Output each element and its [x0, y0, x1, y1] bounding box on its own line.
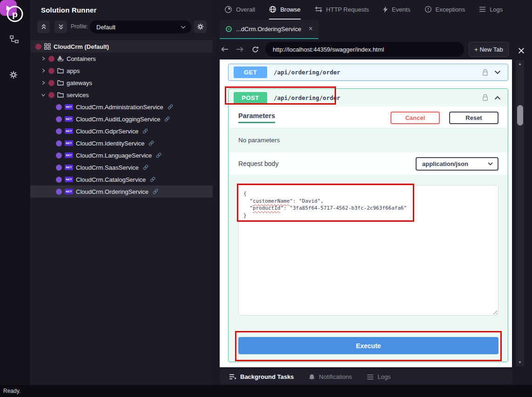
tab-http-requests[interactable]: HTTP Requests	[315, 0, 369, 20]
settings-gear-icon[interactable]	[9, 71, 18, 79]
back-button[interactable]	[219, 43, 231, 55]
chevron-right-icon[interactable]	[41, 68, 46, 73]
tab-close-icon[interactable]: ×	[309, 25, 313, 33]
tree-item-service-auditlogging[interactable]: NET CloudCrm.AuditLoggingService	[30, 113, 213, 125]
lock-icon[interactable]	[482, 69, 488, 76]
main-panel: Overall Browse HTTP Requests Events Exce…	[213, 0, 532, 385]
endpoint-link-icon[interactable]	[149, 176, 156, 183]
scroll-down-arrow[interactable]: ▼	[516, 360, 524, 365]
top-tab-bar: Overall Browse HTTP Requests Events Exce…	[213, 0, 532, 20]
tree-item-service-identity[interactable]: NET CloudCrm.IdentityService	[30, 137, 213, 149]
chevron-down-icon[interactable]	[41, 93, 46, 97]
service-circle-icon	[56, 104, 62, 110]
request-body-text: { "customerName": "David", "productId": …	[239, 185, 498, 219]
endpoint-link-icon[interactable]	[142, 128, 148, 134]
request-body-input[interactable]: { "customerName": "David", "productId": …	[238, 185, 498, 316]
folder-icon	[57, 68, 64, 73]
swagger-post-header[interactable]: POST /api/ordering/order	[229, 89, 508, 106]
tree-item-gateways[interactable]: gateways	[30, 77, 213, 89]
expand-all-button[interactable]	[54, 20, 67, 33]
logs-item[interactable]: Logs	[367, 373, 391, 380]
collapse-chevron-icon[interactable]	[494, 96, 501, 100]
tree-item-cloudcrm-root[interactable]: CloudCrm (Default)	[30, 40, 213, 53]
endpoint-link-icon[interactable]	[155, 152, 162, 159]
tree-item-label: CloudCrm.LanguageService	[76, 152, 152, 159]
back-arrow-icon	[221, 46, 229, 52]
endpoint-link-icon[interactable]	[167, 104, 174, 110]
dotnet-badge: NET	[65, 116, 73, 122]
profile-selected-value: Default	[96, 24, 115, 31]
service-circle-icon	[56, 177, 62, 183]
vertical-scrollbar[interactable]: ▲ ▼	[516, 60, 524, 366]
browser-tab-title: ...dCrm.OrderingService	[236, 26, 301, 33]
browser-navbar: http://localhost:44359/swagger/index.htm…	[213, 39, 532, 60]
resize-handle[interactable]	[492, 310, 497, 314]
tree-item-services[interactable]: services	[30, 89, 213, 101]
forward-arrow-icon	[236, 46, 243, 52]
app-logo-icon[interactable]: p	[6, 5, 24, 23]
status-bar: Ready.	[0, 385, 532, 397]
tools-icon[interactable]	[515, 45, 527, 57]
notifications-item[interactable]: Notifications	[309, 373, 352, 380]
swagger-get-operation[interactable]: GET /api/ordering/order	[228, 64, 508, 81]
execute-button[interactable]: Execute	[238, 337, 498, 354]
tab-events[interactable]: Events	[383, 0, 411, 20]
logs-icon	[479, 7, 486, 12]
tree-item-label: CloudCrm.IdentityService	[76, 140, 144, 147]
tree-item-service-ordering[interactable]: NET CloudCrm.OrderingService	[30, 185, 213, 198]
chevron-right-icon[interactable]	[41, 80, 46, 85]
tab-logs[interactable]: Logs	[479, 0, 503, 20]
overall-icon	[224, 6, 232, 13]
group-circle-icon	[48, 68, 54, 74]
solution-sidebar: Solution Runner Profile: Default CloudCr…	[30, 0, 213, 385]
tree-item-service-gdpr[interactable]: NET CloudCrm.GdprService	[30, 125, 213, 137]
tree-item-containers[interactable]: Containers	[30, 53, 213, 65]
logs-icon	[367, 374, 374, 380]
scrollbar-thumb[interactable]	[517, 105, 523, 126]
url-input[interactable]: http://localhost:44359/swagger/index.htm…	[265, 42, 464, 57]
tab-browse[interactable]: Browse	[269, 0, 300, 20]
solution-circle-icon	[35, 44, 41, 50]
http-requests-icon	[315, 6, 323, 13]
cancel-button[interactable]: Cancel	[391, 112, 440, 124]
chevron-right-icon[interactable]	[41, 56, 46, 61]
endpoint-link-icon[interactable]	[164, 116, 170, 122]
tree-item-apps[interactable]: apps	[30, 65, 213, 77]
refresh-button[interactable]	[249, 43, 261, 55]
scroll-up-arrow[interactable]: ▲	[516, 62, 524, 66]
endpoint-link-icon[interactable]	[148, 140, 155, 146]
tree-item-service-administration[interactable]: NET CloudCrm.AdministrationService	[30, 101, 213, 113]
tree-item-service-language[interactable]: NET CloudCrm.LanguageService	[30, 149, 213, 161]
tree-item-label: CloudCrm.AdministrationService	[76, 104, 163, 111]
post-method-badge: POST	[234, 92, 267, 104]
parameters-section-header: Parameters Cancel Reset	[229, 106, 508, 128]
folder-icon	[57, 92, 64, 98]
group-circle-icon	[48, 92, 54, 98]
service-circle-icon	[56, 140, 62, 146]
expand-chevron-icon[interactable]	[494, 70, 501, 74]
endpoint-link-icon[interactable]	[142, 164, 149, 171]
tree-item-label: apps	[67, 67, 80, 74]
browser-tab-orderingservice[interactable]: ...dCrm.OrderingService ×	[220, 20, 318, 39]
media-type-select[interactable]: application/json	[416, 157, 498, 171]
forward-button[interactable]	[234, 43, 246, 55]
lock-icon[interactable]	[482, 94, 488, 101]
tab-overall[interactable]: Overall	[224, 0, 255, 20]
tree-item-service-saas[interactable]: NET CloudCrm.SaasService	[30, 161, 213, 173]
background-tasks-item[interactable]: Background Tasks	[229, 373, 294, 380]
double-chevron-down-icon	[58, 24, 64, 30]
url-text: http://localhost:44359/swagger/index.htm…	[273, 46, 384, 53]
tab-exceptions[interactable]: Exceptions	[424, 0, 465, 20]
solution-explorer-icon[interactable]	[10, 35, 19, 43]
bottom-item-label: Background Tasks	[240, 373, 294, 380]
reset-button[interactable]: Reset	[449, 112, 498, 124]
profile-settings-button[interactable]	[194, 20, 207, 33]
tree-item-service-catalog[interactable]: NET CloudCrm.CatalogService	[30, 173, 213, 185]
collapse-all-button[interactable]	[37, 20, 50, 33]
profile-select[interactable]: Default	[90, 20, 191, 33]
endpoint-link-icon[interactable]	[152, 188, 159, 195]
new-tab-button[interactable]: + New Tab	[469, 42, 509, 57]
tree-item-label: CloudCrm.GdprService	[76, 128, 138, 135]
solution-tree: CloudCrm (Default) Containers apps gatew…	[30, 40, 213, 198]
tab-label: Events	[392, 6, 411, 13]
